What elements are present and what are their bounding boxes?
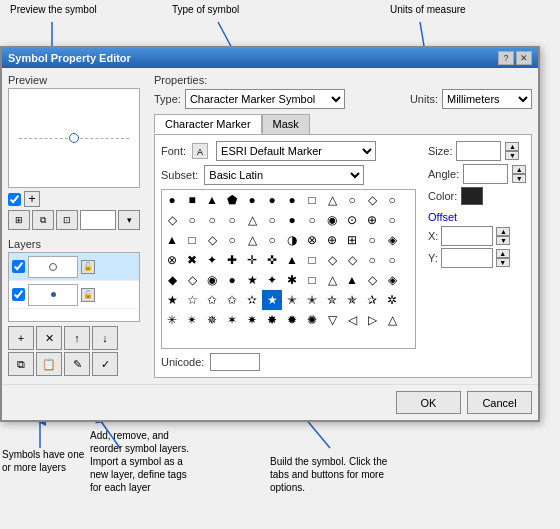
- symbol-cell[interactable]: ▷: [362, 310, 382, 330]
- subset-select[interactable]: Basic Latin: [204, 165, 364, 185]
- symbol-cell[interactable]: △: [242, 230, 262, 250]
- help-button[interactable]: ?: [498, 51, 514, 65]
- symbol-cell[interactable]: ●: [162, 190, 182, 210]
- symbol-cell[interactable]: △: [382, 310, 402, 330]
- symbol-cell[interactable]: ⊙: [342, 210, 362, 230]
- preview-add-button[interactable]: +: [24, 191, 40, 207]
- symbol-cell[interactable]: ●: [262, 190, 282, 210]
- symbol-cell[interactable]: ✩: [202, 290, 222, 310]
- symbol-cell[interactable]: ⊗: [302, 230, 322, 250]
- offset-y-down-btn[interactable]: ▼: [496, 258, 510, 267]
- type-select[interactable]: Character Marker Symbol Simple Marker Sy…: [185, 89, 345, 109]
- unicode-input[interactable]: 40: [210, 353, 260, 371]
- symbol-cell[interactable]: ○: [382, 210, 402, 230]
- units-select[interactable]: Millimeters Inches Points Pixels: [442, 89, 532, 109]
- size-down-btn[interactable]: ▼: [505, 151, 519, 160]
- symbol-cell[interactable]: ✜: [262, 250, 282, 270]
- symbol-cell[interactable]: ★: [162, 290, 182, 310]
- symbol-cell[interactable]: □: [182, 230, 202, 250]
- angle-up-btn[interactable]: ▲: [512, 165, 526, 174]
- symbol-cell[interactable]: ○: [362, 230, 382, 250]
- symbol-cell[interactable]: ✷: [242, 310, 262, 330]
- angle-input[interactable]: 0.00: [463, 164, 508, 184]
- symbol-cell[interactable]: ◈: [382, 270, 402, 290]
- symbol-cell[interactable]: □: [302, 250, 322, 270]
- symbol-cell[interactable]: ▲: [202, 190, 222, 210]
- symbol-cell[interactable]: ✦: [202, 250, 222, 270]
- symbol-cell[interactable]: □: [302, 270, 322, 290]
- layer-visible-checkbox[interactable]: [12, 260, 25, 273]
- zoom-actual-btn[interactable]: ⊡: [56, 210, 78, 230]
- symbol-cell[interactable]: ○: [222, 230, 242, 250]
- symbol-cell[interactable]: ▽: [322, 310, 342, 330]
- symbol-cell[interactable]: ◉: [322, 210, 342, 230]
- symbol-cell[interactable]: △: [322, 270, 342, 290]
- symbol-cell[interactable]: ◇: [342, 250, 362, 270]
- tab-mask[interactable]: Mask: [262, 114, 310, 134]
- layer-lock-btn[interactable]: 🔓: [81, 260, 95, 274]
- symbol-cell[interactable]: ○: [382, 250, 402, 270]
- size-input[interactable]: 2.8: [456, 141, 501, 161]
- symbol-cell[interactable]: ✵: [202, 310, 222, 330]
- symbol-cell[interactable]: ✛: [242, 250, 262, 270]
- symbol-cell[interactable]: ✭: [282, 290, 302, 310]
- confirm-layer-button[interactable]: ✓: [92, 352, 118, 376]
- symbol-cell[interactable]: ✩: [222, 290, 242, 310]
- edit-layer-button[interactable]: ✎: [64, 352, 90, 376]
- symbol-cell[interactable]: ⊕: [322, 230, 342, 250]
- symbol-cell[interactable]: ★: [242, 270, 262, 290]
- symbol-cell[interactable]: ⊕: [362, 210, 382, 230]
- symbol-cell[interactable]: ✴: [182, 310, 202, 330]
- ok-button[interactable]: OK: [396, 391, 461, 414]
- symbol-cell[interactable]: ✖: [182, 250, 202, 270]
- symbol-cell[interactable]: ◇: [162, 210, 182, 230]
- symbol-cell[interactable]: ✸: [262, 310, 282, 330]
- symbol-cell-selected[interactable]: ★: [262, 290, 282, 310]
- symbol-cell[interactable]: ■: [182, 190, 202, 210]
- symbol-cell[interactable]: ☆: [182, 290, 202, 310]
- symbol-cell[interactable]: ○: [222, 210, 242, 230]
- symbol-cell[interactable]: ✚: [222, 250, 242, 270]
- move-up-button[interactable]: ↑: [64, 326, 90, 350]
- offset-x-up-btn[interactable]: ▲: [496, 227, 510, 236]
- color-swatch[interactable]: [461, 187, 483, 205]
- preview-checkbox[interactable]: [8, 193, 21, 206]
- zoom-dropdown-btn[interactable]: ▾: [118, 210, 140, 230]
- symbol-cell[interactable]: ◇: [182, 270, 202, 290]
- symbol-cell[interactable]: ✱: [282, 270, 302, 290]
- symbol-cell[interactable]: ◇: [202, 230, 222, 250]
- symbol-cell[interactable]: ◇: [362, 270, 382, 290]
- layer-lock-btn[interactable]: 🔓: [81, 288, 95, 302]
- symbol-cell[interactable]: ◑: [282, 230, 302, 250]
- symbol-cell[interactable]: ✯: [342, 290, 362, 310]
- symbol-cell[interactable]: ✶: [222, 310, 242, 330]
- symbol-cell[interactable]: ◇: [362, 190, 382, 210]
- symbol-cell[interactable]: ◆: [162, 270, 182, 290]
- symbol-cell[interactable]: ●: [242, 190, 262, 210]
- symbol-cell[interactable]: ✫: [242, 290, 262, 310]
- symbol-cell[interactable]: ◇: [322, 250, 342, 270]
- symbol-cell[interactable]: △: [242, 210, 262, 230]
- layer-row[interactable]: 🔓: [9, 253, 139, 281]
- symbol-cell[interactable]: ◁: [342, 310, 362, 330]
- size-up-btn[interactable]: ▲: [505, 142, 519, 151]
- symbol-cell[interactable]: ○: [362, 250, 382, 270]
- symbol-cell[interactable]: ○: [302, 210, 322, 230]
- symbol-cell[interactable]: ✲: [382, 290, 402, 310]
- symbol-cell[interactable]: ✳: [162, 310, 182, 330]
- offset-x-input[interactable]: 0.0000: [441, 226, 493, 246]
- symbol-cell[interactable]: ●: [282, 210, 302, 230]
- zoom-input[interactable]: 100%: [80, 210, 116, 230]
- symbol-cell[interactable]: △: [322, 190, 342, 210]
- symbol-cell[interactable]: ◉: [202, 270, 222, 290]
- symbol-cell[interactable]: ✮: [322, 290, 342, 310]
- close-button[interactable]: ✕: [516, 51, 532, 65]
- symbol-cell[interactable]: ●: [282, 190, 302, 210]
- zoom-in-btn[interactable]: ⧉: [32, 210, 54, 230]
- symbol-cell[interactable]: ○: [342, 190, 362, 210]
- symbol-cell[interactable]: ○: [382, 190, 402, 210]
- symbol-cell[interactable]: ⊗: [162, 250, 182, 270]
- symbol-cell[interactable]: ⊞: [342, 230, 362, 250]
- symbol-cell[interactable]: ⬟: [222, 190, 242, 210]
- symbol-cell[interactable]: ✹: [282, 310, 302, 330]
